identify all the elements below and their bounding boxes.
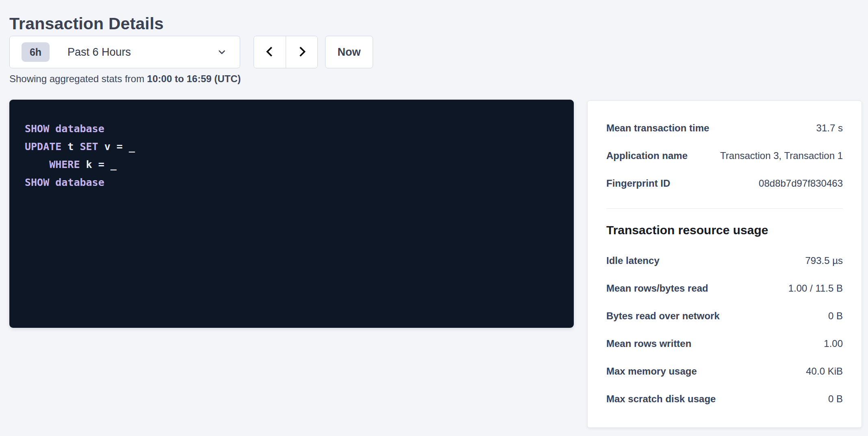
sql-token	[25, 159, 49, 170]
resource-rows: Idle latency793.5 µsMean rows/bytes read…	[606, 247, 843, 413]
detail-row: Mean rows written1.00	[606, 330, 843, 358]
sql-keyword: SHOW	[25, 177, 49, 188]
time-range-summary: Showing aggregated stats from 10:00 to 1…	[9, 73, 241, 85]
sql-token: t	[61, 141, 80, 153]
detail-label: Max memory usage	[606, 366, 697, 377]
time-range-dropdown[interactable]: 6h Past 6 Hours	[9, 36, 240, 68]
detail-value: 0 B	[828, 310, 843, 322]
detail-value: 1.00 / 11.5 B	[788, 283, 843, 294]
detail-value: Transaction 3, Transaction 1	[720, 150, 843, 161]
sql-line: SHOW database	[25, 174, 562, 192]
time-range-label: Past 6 Hours	[67, 46, 131, 59]
resource-usage-section-title: Transaction resource usage	[606, 223, 843, 237]
sql-line: UPDATE t SET v = _	[25, 138, 562, 156]
sql-line: SHOW database	[25, 120, 562, 138]
sql-line: WHERE k = _	[25, 156, 562, 174]
time-range-summary-range: 10:00 to 16:59 (UTC)	[147, 73, 241, 84]
sql-token	[49, 177, 55, 188]
next-time-button[interactable]	[286, 36, 317, 68]
detail-label: Mean rows written	[606, 338, 691, 349]
detail-value: 31.7 s	[816, 122, 843, 134]
chevron-down-icon	[216, 46, 228, 58]
sql-keyword: database	[55, 177, 104, 188]
detail-row: Bytes read over network0 B	[606, 302, 843, 330]
time-range-summary-prefix: Showing aggregated stats from	[9, 73, 147, 84]
detail-value: 1.00	[824, 338, 843, 349]
now-button[interactable]: Now	[325, 36, 373, 68]
detail-row: Application nameTransaction 3, Transacti…	[606, 142, 843, 170]
sql-token: v = _	[98, 141, 135, 153]
detail-row: Idle latency793.5 µs	[606, 247, 843, 275]
detail-value: 793.5 µs	[805, 255, 843, 266]
detail-row: Fingerprint ID08d8b7d97f830463	[606, 170, 843, 197]
detail-label: Bytes read over network	[606, 310, 720, 322]
detail-value: 40.0 KiB	[806, 366, 843, 377]
prev-time-button[interactable]	[254, 36, 286, 68]
detail-label: Fingerprint ID	[606, 178, 670, 189]
sql-keyword: SET	[80, 141, 98, 153]
detail-label: Mean transaction time	[606, 122, 709, 134]
card-divider	[606, 208, 843, 209]
detail-value: 08d8b7d97f830463	[759, 178, 843, 189]
summary-rows: Mean transaction time31.7 sApplication n…	[606, 114, 843, 197]
sql-keyword: WHERE	[49, 159, 80, 170]
sql-token	[49, 123, 55, 135]
sql-keyword: UPDATE	[25, 141, 61, 153]
chevron-right-icon	[296, 46, 308, 59]
detail-row: Mean transaction time31.7 s	[606, 114, 843, 142]
time-nav-group	[254, 36, 318, 68]
transaction-details-card: Mean transaction time31.7 sApplication n…	[587, 100, 862, 428]
detail-label: Application name	[606, 150, 688, 161]
time-range-badge: 6h	[22, 42, 50, 62]
sql-token: k = _	[80, 159, 116, 170]
detail-label: Mean rows/bytes read	[606, 283, 708, 294]
sql-keyword: SHOW	[25, 123, 49, 135]
detail-row: Max memory usage40.0 KiB	[606, 358, 843, 385]
detail-row: Mean rows/bytes read1.00 / 11.5 B	[606, 275, 843, 302]
sql-statement-box: SHOW databaseUPDATE t SET v = _ WHERE k …	[9, 100, 574, 328]
page-title: Transaction Details	[9, 14, 164, 33]
time-controls: 6h Past 6 Hours Now	[9, 36, 373, 68]
chevron-left-icon	[264, 46, 276, 59]
detail-label: Idle latency	[606, 255, 660, 266]
detail-value: 0 B	[828, 393, 843, 405]
detail-label: Max scratch disk usage	[606, 393, 716, 405]
detail-row: Max scratch disk usage0 B	[606, 385, 843, 413]
sql-keyword: database	[55, 123, 104, 135]
